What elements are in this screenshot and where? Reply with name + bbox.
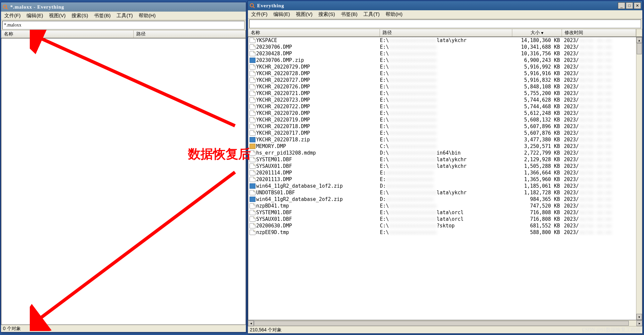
menu-bookmarks[interactable]: 书签(B) [92, 12, 113, 20]
cell-path: E:\xxxxxxxxxxxxxxxx [380, 110, 512, 117]
h-scroll-thumb[interactable] [254, 321, 629, 326]
table-row[interactable]: SYSTEM01.DBFE:\xxxxxxxxxxxxxxxxlata\ykch… [248, 156, 642, 163]
menu-tools[interactable]: 工具(T) [361, 11, 382, 18]
cell-name: YKCHR_20220727.DMP [256, 77, 380, 83]
vertical-scrollbar[interactable]: ▴ ▾ [636, 37, 642, 320]
table-row[interactable]: YKCHR_20220717.DMPE:\xxxxxxxxxxxxxxxx5,6… [248, 130, 642, 136]
cell-path: E:\xxxxxxxxxxxxxxxx [380, 57, 512, 64]
menu-view[interactable]: 视图(V) [294, 11, 314, 18]
table-row[interactable]: YKCHR_20220729.DMPE:\xxxxxxxxxxxxxxxx5,9… [248, 64, 642, 70]
scroll-right-button[interactable]: ▸ [636, 320, 642, 326]
cell-name: YKCHR_20220722.DMP [256, 103, 380, 110]
titlebar-right[interactable]: Everything _ □ ✕ [248, 1, 642, 10]
cell-name: YKCHR_20220719.DMP [256, 117, 380, 123]
cell-size: 5,608,132 KB [512, 117, 562, 123]
menu-search[interactable]: 搜索(S) [69, 12, 90, 20]
menu-help[interactable]: 帮助(H) [137, 12, 158, 20]
table-row[interactable]: win64_11gR2_database_1of2.zipD:xxxxxxxxx… [248, 183, 642, 189]
titlebar-left[interactable]: *.maloxx - Everything [1, 2, 246, 12]
cell-path: E:xxxxxxxxxxxxxxxx [380, 169, 512, 176]
cell-name: 20201113.DMP [256, 176, 380, 183]
search-input-right[interactable] [250, 20, 641, 28]
scroll-thumb[interactable] [637, 43, 642, 54]
menu-help[interactable]: 帮助(H) [384, 11, 404, 18]
table-row[interactable]: YKCHR_20220728.DMPE:\xxxxxxxxxxxxxxxx5,9… [248, 70, 642, 77]
menubar-right: 文件(F) 编辑(E) 视图(V) 搜索(S) 书签(B) 工具(T) 帮助(H… [248, 10, 642, 19]
col-path[interactable]: 路径 [134, 30, 246, 38]
cell-name: YKCHR_20220726.DMP [256, 83, 380, 90]
window-everything-left: *.maloxx - Everything 文件(F) 编辑(E) 视图(V) … [1, 2, 246, 332]
scroll-track[interactable] [636, 43, 642, 314]
table-row[interactable]: 20201114.DMPE:xxxxxxxxxxxxxxxx1,366,664 … [248, 169, 642, 176]
cell-size: 588,800 KB [512, 229, 562, 236]
cell-path: E:\xxxxxxxxxxxxxxxxlata\orcl [380, 216, 512, 222]
table-row[interactable]: 20200630.DMPC:\xxxxxxxxxxxxxxxx?sktop681… [248, 222, 642, 229]
cell-date: 2023/xx/xx xx:xx [562, 189, 642, 196]
table-row[interactable]: 20230706.DMPE:\xxxxxxxxxxxxxxxx10,341,68… [248, 44, 642, 50]
table-row[interactable]: win64_11gR2_database_2of2.zipD:xxxxxxxxx… [248, 196, 642, 203]
cell-path: C:\xxxxxxxxxxxxxxxx?sktop [380, 222, 512, 229]
cell-path: E:\xxxxxxxxxxxxxxxx [380, 97, 512, 103]
cell-date: 2023/xx/xx xx:xx [562, 57, 642, 64]
col-name[interactable]: 名称 [1, 30, 134, 38]
maximize-button[interactable]: □ [626, 2, 633, 9]
table-row[interactable]: YKSPACEE:\xxxxxxxxxxxxxxxxlata\ykchr14,1… [248, 37, 642, 44]
table-row[interactable]: YKCHR_20220718.zipE:\xxxxxxxxxxxxxxxx3,4… [248, 136, 642, 143]
cell-size: 6,900,243 KB [512, 57, 562, 64]
scroll-up-button[interactable]: ▴ [636, 37, 642, 43]
table-row[interactable]: YKCHR_20220726.DMPE:\xxxxxxxxxxxxxxxx5,8… [248, 83, 642, 90]
table-row[interactable]: YKCHR_20220719.DMPE:\xxxxxxxxxxxxxxxx5,6… [248, 117, 642, 123]
file-icon [250, 104, 255, 109]
table-row[interactable]: nzpBD41.tmpE:\xxxxxxxxxxxxxxxx747,520 KB… [248, 203, 642, 209]
table-row[interactable]: 20230428.DMPE:\xxxxxxxxxxxxxxxx10,316,75… [248, 50, 642, 57]
table-row[interactable]: SYSAUX01.DBFE:\xxxxxxxxxxxxxxxxlata\orcl… [248, 216, 642, 222]
table-row[interactable]: YKCHR_20220722.DMPE:\xxxxxxxxxxxxxxxx5,7… [248, 103, 642, 110]
menu-tools[interactable]: 工具(T) [115, 12, 135, 20]
close-button[interactable]: ✕ [634, 2, 641, 9]
table-row[interactable]: nzpEE9D.tmpE:\xxxxxxxxxxxxxxxx588,800 KB… [248, 229, 642, 236]
cell-name: 20201114.DMP [256, 169, 380, 176]
app-icon [249, 3, 255, 9]
table-row[interactable]: UNDOTBS01.DBFE:\xxxxxxxxxxxxxxxxlata\ykc… [248, 189, 642, 196]
table-row[interactable]: YKCHR_20220727.DMPE:\xxxxxxxxxxxxxxxx5,9… [248, 77, 642, 83]
menu-bookmarks[interactable]: 书签(B) [339, 11, 359, 18]
status-text-left: 0 个对象 [3, 326, 21, 332]
table-row[interactable]: 20201113.DMPE:xxxxxxxxxxxxxxxx1,365,960 … [248, 176, 642, 183]
cell-date: 2023/xx/xx xx:xx [562, 103, 642, 110]
minimize-button[interactable]: _ [618, 2, 625, 9]
search-input-left[interactable] [3, 21, 244, 29]
table-row[interactable]: SYSTEM01.DBFE:\xxxxxxxxxxxxxxxxlata\orcl… [248, 209, 642, 216]
col-name[interactable]: 名称 [248, 29, 380, 36]
cell-date: 2023/xx/xx xx:xx [562, 117, 642, 123]
table-row[interactable]: YKCHR_20220718.DMPE:\xxxxxxxxxxxxxxxx5,6… [248, 123, 642, 130]
h-scroll-track[interactable] [254, 320, 636, 326]
col-size[interactable]: 大小 ▾ [512, 29, 562, 36]
scroll-left-button[interactable]: ◂ [248, 320, 254, 326]
scroll-down-button[interactable]: ▾ [636, 314, 642, 320]
menu-edit[interactable]: 编辑(E) [24, 12, 45, 20]
file-icon [250, 177, 255, 182]
table-row[interactable]: hs_err_pid13208.mdmpD:\xxxxxxxxxxxxxxxxi… [248, 150, 642, 156]
table-row[interactable]: MEMORY.DMPC:\xxxxxxxxxxxxxxxx3,250,571 K… [248, 143, 642, 150]
table-row[interactable]: 20230706.DMP.zipE:\xxxxxxxxxxxxxxxx6,900… [248, 57, 642, 64]
col-path[interactable]: 路径 [380, 29, 512, 36]
menu-search[interactable]: 搜索(S) [316, 11, 337, 18]
menu-edit[interactable]: 编辑(E) [271, 11, 292, 18]
file-icon [250, 64, 255, 70]
table-row[interactable]: SYSAUX01.DBFE:\xxxxxxxxxxxxxxxxlata\ykch… [248, 163, 642, 169]
cell-size: 5,916,832 KB [512, 77, 562, 83]
menu-file[interactable]: 文件(F) [249, 11, 269, 18]
table-row[interactable]: YKCHR_20220720.DMPE:\xxxxxxxxxxxxxxxx5,6… [248, 110, 642, 117]
menu-file[interactable]: 文件(F) [2, 12, 23, 20]
cell-path: E:\xxxxxxxxxxxxxxxxlata\ykchr [380, 37, 512, 44]
cell-size: 5,744,468 KB [512, 103, 562, 110]
menu-view[interactable]: 视图(V) [47, 12, 68, 20]
cell-name: 20230706.DMP.zip [256, 57, 380, 64]
table-row[interactable]: YKCHR_20220723.DMPE:\xxxxxxxxxxxxxxxx5,7… [248, 97, 642, 103]
table-row[interactable]: YKCHR_20220721.DMPE:\xxxxxxxxxxxxxxxx5,7… [248, 90, 642, 97]
horizontal-scrollbar[interactable]: ◂ ▸ [248, 320, 642, 326]
lock-icon [250, 144, 255, 149]
col-mtime[interactable]: 修改时间 [562, 29, 636, 36]
cell-path: E:xxxxxxxxxxxxxxxx [380, 176, 512, 183]
cell-date: 2023/xx/xx xx:xx [562, 222, 642, 229]
